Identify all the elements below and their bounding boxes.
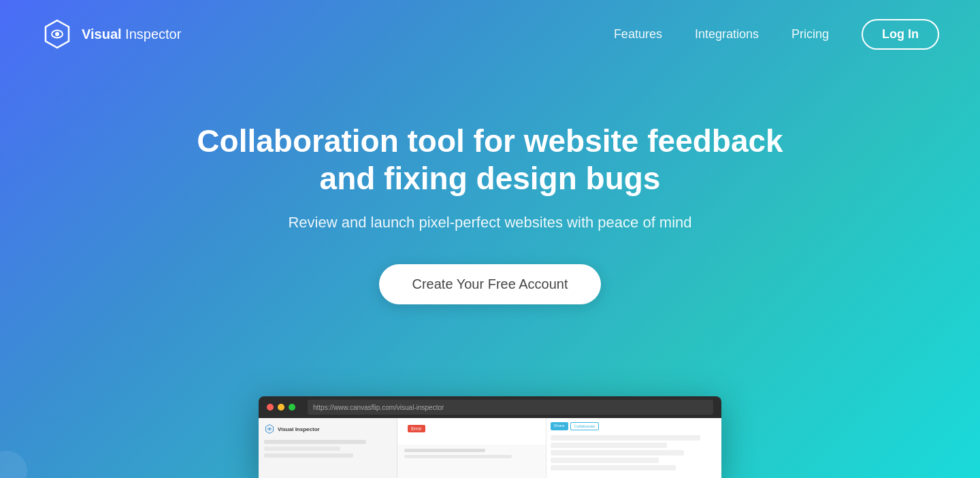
hero-content: Collaboration tool for website feedback … xyxy=(0,68,980,478)
login-button[interactable]: Log In xyxy=(862,19,939,50)
nav-integrations[interactable]: Integrations xyxy=(695,27,759,42)
hero-subtitle: Review and launch pixel-perfect websites… xyxy=(288,214,691,232)
hero-section: Visual Inspector Features Integrations P… xyxy=(0,0,980,478)
nav-pricing[interactable]: Pricing xyxy=(791,27,829,42)
hero-title: Collaboration tool for website feedback … xyxy=(184,123,796,197)
navbar: Visual Inspector Features Integrations P… xyxy=(0,0,980,68)
logo-icon xyxy=(41,18,74,50)
logo[interactable]: Visual Inspector xyxy=(41,18,181,50)
logo-text: Visual Inspector xyxy=(82,27,181,42)
cta-button[interactable]: Create Your Free Account xyxy=(379,264,600,304)
nav-links: Features Integrations Pricing Log In xyxy=(614,19,939,50)
nav-features[interactable]: Features xyxy=(614,27,662,42)
svg-point-1 xyxy=(55,32,59,36)
